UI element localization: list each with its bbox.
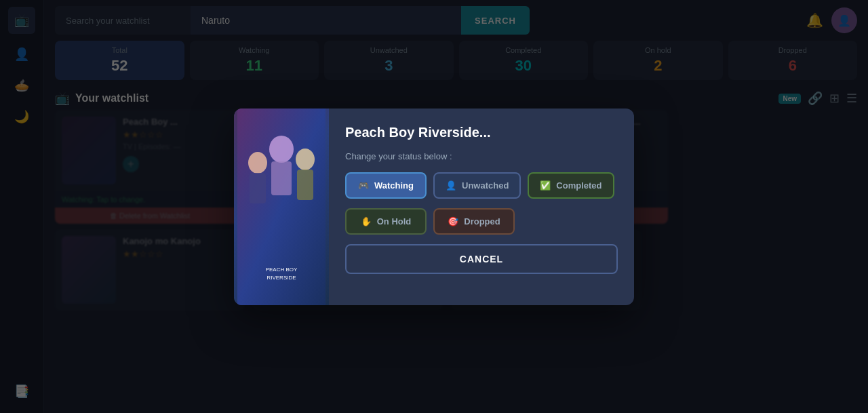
svg-text:PEACH BOY: PEACH BOY — [266, 267, 298, 273]
modal-anime-image: PEACH BOY RIVERSIDE — [234, 109, 329, 305]
watching-label: Watching — [374, 180, 414, 191]
status-btn-dropped[interactable]: 🎯 Dropped — [433, 208, 515, 235]
svg-point-3 — [248, 152, 267, 174]
status-btn-onhold[interactable]: ✋ On Hold — [345, 208, 427, 235]
onhold-icon: ✋ — [361, 216, 372, 227]
status-modal: PEACH BOY RIVERSIDE Peach Boy Riverside.… — [234, 109, 634, 305]
modal-content: Peach Boy Riverside... Change your statu… — [329, 109, 634, 305]
status-buttons-row1: 🎮 Watching 👤 Unwatched ✅ Completed — [345, 172, 618, 199]
status-btn-completed[interactable]: ✅ Completed — [528, 172, 614, 199]
modal-title: Peach Boy Riverside... — [345, 125, 618, 140]
onhold-label: On Hold — [377, 216, 412, 227]
dropped-icon: 🎯 — [448, 216, 458, 227]
svg-point-5 — [296, 149, 315, 170]
svg-point-1 — [269, 136, 294, 163]
svg-rect-4 — [250, 173, 266, 203]
modal-image-bg: PEACH BOY RIVERSIDE — [234, 109, 329, 305]
svg-rect-2 — [271, 161, 292, 195]
modal-subtitle: Change your status below : — [345, 151, 618, 161]
status-btn-watching[interactable]: 🎮 Watching — [345, 172, 427, 199]
completed-icon: ✅ — [540, 180, 551, 191]
dropped-label: Dropped — [464, 216, 500, 227]
status-buttons-row2: ✋ On Hold 🎯 Dropped — [345, 208, 618, 235]
cancel-button[interactable]: CANCEL — [345, 244, 618, 274]
status-btn-unwatched[interactable]: 👤 Unwatched — [433, 172, 521, 199]
svg-text:RIVERSIDE: RIVERSIDE — [267, 275, 296, 281]
completed-label: Completed — [556, 180, 601, 191]
svg-rect-6 — [297, 170, 313, 200]
unwatched-label: Unwatched — [462, 180, 509, 191]
unwatched-icon: 👤 — [446, 180, 456, 191]
watching-icon: 🎮 — [358, 180, 369, 191]
